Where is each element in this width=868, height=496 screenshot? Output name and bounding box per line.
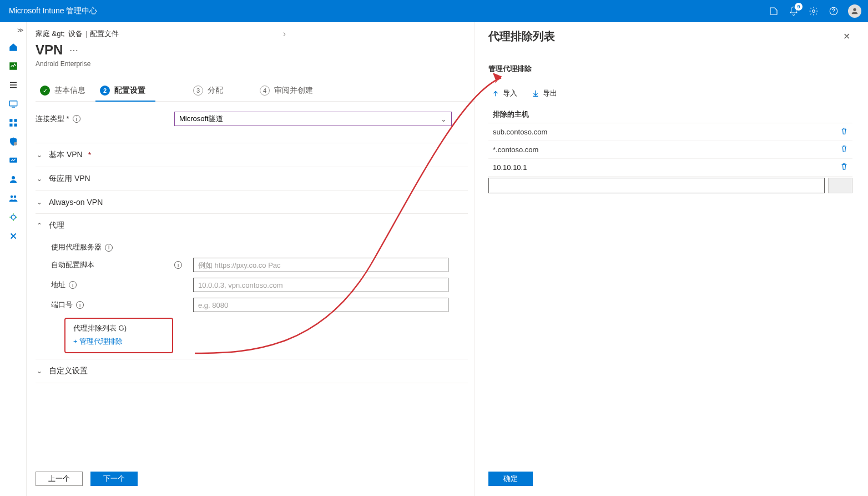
next-button[interactable]: 下一个 xyxy=(90,472,138,486)
user-avatar[interactable] xyxy=(848,4,861,18)
panel-subtitle: 管理代理排除 xyxy=(488,64,852,74)
connection-type-label: 连接类型 * i xyxy=(36,114,174,124)
proxy-script-input[interactable] xyxy=(193,258,448,272)
accordion-custom[interactable]: ⌄ 自定义设置 xyxy=(36,359,468,383)
sidebar-devices-icon[interactable] xyxy=(8,98,19,109)
connection-type-value: Microsoft隧道 xyxy=(179,114,223,124)
accordion-proxy[interactable]: ⌃ 代理 xyxy=(36,214,468,237)
step-assignments[interactable]: 3 分配 xyxy=(189,81,233,101)
step-2-badge: 2 xyxy=(100,86,110,96)
panel-footer: 确定 xyxy=(488,466,852,496)
step-review-label: 审阅并创建 xyxy=(274,86,313,96)
step-review[interactable]: 4 审阅并创建 xyxy=(255,81,323,101)
exclusion-list: 排除的主机 sub.contoso.com *.contoso.com 10.1… xyxy=(488,106,852,193)
svg-point-13 xyxy=(13,196,16,198)
host-value: *.contoso.com xyxy=(493,146,538,154)
check-icon xyxy=(40,86,50,96)
help-icon[interactable] xyxy=(828,6,839,17)
close-icon[interactable]: ✕ xyxy=(841,29,852,44)
sidebar-home-icon[interactable] xyxy=(8,42,19,53)
step-4-badge: 4 xyxy=(260,86,270,96)
add-host-button[interactable] xyxy=(828,178,852,193)
required-asterisk: * xyxy=(88,151,91,159)
notifications-icon[interactable]: 9 xyxy=(788,6,799,17)
svg-point-2 xyxy=(853,8,856,11)
use-proxy-label: 使用代理服务器 i xyxy=(51,243,193,252)
connection-type-select[interactable]: Microsoft隧道 ⌄ xyxy=(174,112,452,126)
more-actions-icon[interactable]: ⋯ xyxy=(69,45,78,56)
page-title: VPN xyxy=(36,42,63,58)
svg-rect-6 xyxy=(14,119,17,122)
accordion-always-on-vpn[interactable]: ⌄ Always-on VPN xyxy=(36,191,468,214)
breadcrumb: 家庭 &gt; 设备 | 配置文件 › xyxy=(36,29,475,39)
svg-point-14 xyxy=(11,215,16,219)
sidebar-apps-icon[interactable] xyxy=(8,117,19,128)
step-configuration[interactable]: 2 配置设置 xyxy=(95,81,155,101)
previous-button[interactable]: 上一个 xyxy=(36,472,83,486)
sidebar-groups-icon[interactable] xyxy=(8,193,19,204)
export-label: 导出 xyxy=(543,88,557,98)
step-basics[interactable]: 基本信息 xyxy=(36,81,95,101)
chevron-down-icon: ⌄ xyxy=(36,198,43,206)
svg-rect-8 xyxy=(14,124,17,127)
sidebar-user-icon[interactable] xyxy=(8,174,19,185)
app-title: Microsoft Intune 管理中心 xyxy=(9,6,98,16)
step-assignments-label: 分配 xyxy=(208,86,223,96)
sidebar-reports-icon[interactable] xyxy=(8,155,19,166)
settings-icon[interactable] xyxy=(808,6,819,17)
step-basics-label: 基本信息 xyxy=(54,86,85,96)
sidebar-tenant-icon[interactable] xyxy=(8,212,19,223)
breadcrumb-profiles[interactable]: | 配置文件 xyxy=(86,29,119,39)
page-subtitle: Android Enterprise xyxy=(36,60,475,68)
accordion-always-on-vpn-label: Always-on VPN xyxy=(49,198,103,207)
wizard-footer: 上一个 下一个 xyxy=(36,466,475,496)
proxy-address-label: 地址 i xyxy=(51,280,193,290)
sidebar-troubleshoot-icon[interactable] xyxy=(8,231,19,242)
sidebar-dashboard-icon[interactable] xyxy=(8,61,19,72)
info-icon[interactable]: i xyxy=(105,244,113,252)
side-panel: 代理排除列表 ✕ 管理代理排除 导入 导出 排除的主机 sub.contoso.… xyxy=(475,22,868,496)
copilot-icon[interactable] xyxy=(768,6,779,17)
proxy-address-input[interactable] xyxy=(193,278,448,292)
add-host-input[interactable] xyxy=(488,178,825,193)
info-icon[interactable]: i xyxy=(73,115,80,123)
step-3-badge: 3 xyxy=(193,86,203,96)
accordion-per-app-vpn-label: 每应用 VPN xyxy=(49,174,90,184)
breadcrumb-devices[interactable]: 设备 xyxy=(68,29,83,39)
sidebar-collapse-icon[interactable]: ≫ xyxy=(17,27,24,34)
export-button[interactable]: 导出 xyxy=(532,88,557,98)
info-icon[interactable]: i xyxy=(174,261,182,269)
header-actions: 9 xyxy=(768,4,861,18)
proxy-exclusion-highlight: 代理排除列表 G) 管理代理排除 xyxy=(64,318,173,353)
proxy-port-label: 端口号 i xyxy=(51,300,193,310)
svg-rect-4 xyxy=(9,101,17,106)
delete-icon[interactable] xyxy=(840,163,848,172)
delete-icon[interactable] xyxy=(840,127,848,137)
import-button[interactable]: 导入 xyxy=(492,88,517,98)
info-icon[interactable]: i xyxy=(76,301,84,309)
breadcrumb-chevron-icon: › xyxy=(283,29,286,39)
accordion-proxy-body: 使用代理服务器 i 自动配置脚本 i xyxy=(36,237,468,359)
svg-point-0 xyxy=(813,10,815,13)
manage-proxy-exclusion-link[interactable]: 管理代理排除 xyxy=(73,337,164,347)
accordion-basic-vpn-label: 基本 VPN xyxy=(49,150,83,160)
svg-rect-5 xyxy=(9,119,12,122)
delete-icon[interactable] xyxy=(840,145,848,154)
panel-toolbar: 导入 导出 xyxy=(488,88,852,98)
svg-point-9 xyxy=(13,142,17,146)
accordion-per-app-vpn[interactable]: ⌄ 每应用 VPN xyxy=(36,167,468,191)
svg-point-12 xyxy=(10,196,13,198)
list-item: sub.contoso.com xyxy=(488,123,852,141)
sidebar-list-icon[interactable] xyxy=(8,79,19,91)
ok-button[interactable]: 确定 xyxy=(488,472,533,486)
breadcrumb-home[interactable]: 家庭 &gt; xyxy=(36,29,65,39)
left-sidebar: ≫ xyxy=(0,22,27,496)
host-value: sub.contoso.com xyxy=(493,128,547,136)
accordion-basic-vpn[interactable]: ⌄ 基本 VPN * xyxy=(36,143,468,167)
svg-rect-7 xyxy=(9,124,12,127)
chevron-up-icon: ⌃ xyxy=(36,222,43,229)
sidebar-security-icon[interactable] xyxy=(8,136,19,147)
info-icon[interactable]: i xyxy=(69,281,77,289)
proxy-port-input[interactable] xyxy=(193,298,448,312)
chevron-down-icon: ⌄ xyxy=(36,367,43,375)
